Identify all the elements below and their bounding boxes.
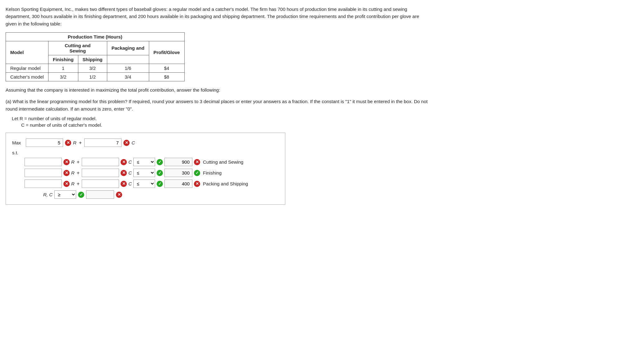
c1-plus: + — [77, 159, 80, 165]
assuming-paragraph: Assuming that the company is interested … — [6, 86, 430, 93]
col-header-cutting-top: Cutting andSewing — [48, 41, 107, 55]
max-input-c[interactable] — [84, 139, 122, 147]
c1-icon-c[interactable]: ✕ — [121, 159, 127, 165]
c3-plus: + — [77, 181, 80, 187]
var-c-max: C — [131, 140, 135, 145]
c1-check-icon[interactable]: ✓ — [157, 159, 163, 165]
c3-rhs-input[interactable] — [164, 180, 192, 188]
c1-input-c[interactable] — [82, 158, 119, 166]
let-r-text: Let R = number of units of regular model… — [12, 116, 430, 121]
max-input-r[interactable] — [26, 139, 63, 147]
col-header-packaging-shipping: Shipping — [78, 55, 107, 64]
c3-input-c[interactable] — [82, 180, 119, 188]
catcher-profit: $8 — [149, 72, 184, 81]
c2-input-r[interactable] — [25, 169, 62, 177]
var-r-max: R — [73, 140, 76, 145]
c2-var-r: R — [71, 170, 75, 175]
c1-label: Cutting and Sewing — [203, 159, 243, 165]
c3-var-c: C — [128, 181, 132, 186]
nonneg-label-icon[interactable]: ✕ — [116, 192, 122, 198]
c3-label-icon[interactable]: ✕ — [194, 181, 200, 187]
c2-icon-c[interactable]: ✕ — [121, 170, 127, 176]
c2-input-c[interactable] — [82, 169, 119, 177]
regular-packaging: 1/6 — [107, 64, 149, 72]
nonneg-rel-dropdown[interactable]: ≥≤= — [54, 190, 76, 199]
c2-icon-r[interactable]: ✕ — [63, 170, 70, 176]
c1-var-c: C — [128, 159, 132, 165]
regular-finishing: 3/2 — [78, 64, 107, 72]
let-c-text: C = number of units of catcher's model. — [21, 122, 430, 128]
table-main-header: Production Time (Hours) — [6, 32, 185, 41]
intro-paragraph: Kelson Sporting Equipment, Inc., makes t… — [6, 6, 430, 27]
c1-label-icon[interactable]: ✕ — [194, 159, 200, 165]
st-label: s.t. — [12, 150, 18, 155]
model-regular: Regular model — [6, 64, 48, 72]
nonneg-check-icon[interactable]: ✓ — [78, 192, 84, 198]
c3-check-icon[interactable]: ✓ — [157, 181, 163, 187]
regular-cutting: 1 — [48, 64, 78, 72]
col-header-model: Model — [6, 41, 48, 64]
catcher-cutting: 3/2 — [48, 72, 78, 81]
max-row: Max ✕ R + ✕ C — [12, 139, 279, 147]
c1-var-r: R — [71, 159, 75, 165]
table-row-regular: Regular model 1 3/2 1/6 $4 — [6, 64, 185, 72]
c3-label: Packing and Shipping — [203, 181, 248, 186]
nonneg-row: R, C ≥≤= ✓ ✕ — [43, 190, 279, 199]
col-header-finishing: Finishing — [48, 55, 78, 64]
c3-icon-r[interactable]: ✕ — [63, 181, 70, 187]
c2-plus: + — [77, 170, 80, 176]
part-a-paragraph: (a) What is the linear programming model… — [6, 98, 430, 113]
max-icon-c[interactable]: ✕ — [123, 140, 130, 146]
max-icon-r[interactable]: ✕ — [65, 140, 71, 146]
max-label: Max — [12, 140, 24, 145]
c2-rhs-input[interactable] — [164, 169, 192, 177]
c2-var-c: C — [128, 170, 132, 175]
c1-rel-dropdown[interactable]: ≤≥= — [133, 158, 155, 166]
lp-box: Max ✕ R + ✕ C s.t. ✕ R + ✕ C ≤≥= ✓ ✕ Cut… — [6, 133, 285, 205]
production-table: Production Time (Hours) Model Cutting an… — [6, 32, 185, 81]
catcher-packaging: 3/4 — [107, 72, 149, 81]
c3-var-r: R — [71, 181, 75, 186]
plus-max: + — [79, 140, 82, 146]
c2-label-icon[interactable]: ✓ — [194, 170, 200, 176]
constraint-row-1: ✕ R + ✕ C ≤≥= ✓ ✕ Cutting and Sewing — [25, 158, 279, 166]
c1-icon-r[interactable]: ✕ — [63, 159, 70, 165]
col-header-profit: Profit/Glove — [149, 41, 184, 64]
table-row-catcher: Catcher's model 3/2 1/2 3/4 $8 — [6, 72, 185, 81]
c2-label: Finishing — [203, 170, 222, 175]
model-catcher: Catcher's model — [6, 72, 48, 81]
c1-input-r[interactable] — [25, 158, 62, 166]
regular-profit: $4 — [149, 64, 184, 72]
c2-rel-dropdown[interactable]: ≤≥= — [133, 169, 155, 177]
nonneg-rhs-input[interactable] — [86, 190, 114, 199]
constraint-row-2: ✕ R + ✕ C ≤≥= ✓ ✓ Finishing — [25, 169, 279, 177]
c1-rhs-input[interactable] — [164, 158, 192, 166]
constraint-row-3: ✕ R + ✕ C ≤≥= ✓ ✕ Packing and Shipping — [25, 180, 279, 188]
col-header-packaging-top: Packaging and — [107, 41, 149, 55]
c3-rel-dropdown[interactable]: ≤≥= — [133, 180, 155, 188]
st-label-container: s.t. — [12, 150, 279, 155]
catcher-finishing: 1/2 — [78, 72, 107, 81]
c3-input-r[interactable] — [25, 180, 62, 188]
nonneg-var: R, C — [43, 192, 53, 197]
c2-check-icon[interactable]: ✓ — [157, 170, 163, 176]
c3-icon-c[interactable]: ✕ — [121, 181, 127, 187]
